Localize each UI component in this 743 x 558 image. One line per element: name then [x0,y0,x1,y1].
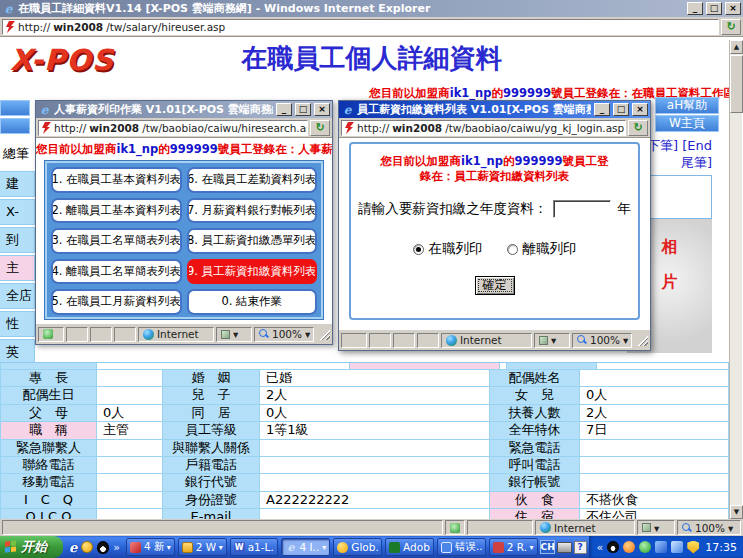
taskbar-window-button[interactable]: 错误... [437,538,486,556]
notice-employee-number: 999999 [514,154,562,168]
year-suffix-label: 年 [617,200,631,218]
ie-quicklaunch-icon[interactable]: e [69,540,77,555]
radio-checked-icon[interactable] [413,244,424,255]
scrollbar-thumb[interactable] [730,55,743,113]
maximize-button[interactable]: □ [613,103,629,116]
minimize-button[interactable]: _ [594,103,610,116]
start-button[interactable]: 开始 [0,536,63,558]
language-badge[interactable]: CH [540,540,555,554]
toolbar-fragment-button[interactable] [0,100,30,116]
refresh-button[interactable]: ↻ [310,120,330,136]
vertical-scrollbar[interactable]: ▲ ▼ [729,40,742,519]
app-icon [493,542,504,553]
security-shield-icon[interactable] [687,541,699,554]
status-zoom-pane[interactable]: 100%▾ [254,327,314,342]
close-button[interactable]: × [632,103,648,116]
flame-tray-icon[interactable] [623,541,635,553]
withholding-window: e 員工薪資扣繳資料列表 V1.01[X-POS 雲端商務網] - ... _ … [338,100,651,351]
report-button[interactable]: 2. 離職員工基本資料列表 [51,198,182,224]
field-value: 0人 [580,387,729,404]
report-button[interactable]: 3. 在職員工名單簡表列表 [51,228,182,254]
status-message-pane [2,520,443,535]
taskbar-button-label: Glob... [351,541,378,553]
maximize-button[interactable]: □ [295,103,311,116]
scroll-up-button[interactable]: ▲ [730,40,743,54]
taskbar-window-button[interactable]: Glob... [333,538,382,556]
report-button[interactable]: 8. 員工薪資扣繳憑單列表 [187,228,318,254]
report-button[interactable]: 0. 結束作業 [187,289,318,315]
field-value: 0人 [97,405,163,422]
radio-option-active-print[interactable]: 在職列印 [413,240,483,258]
print-window-title-bar[interactable]: e 人事薪資列印作業 V1.01[X-POS 雲端商務網] - Wi... _ … [36,101,332,118]
main-address-field[interactable]: http://win2008/tw/salary/hireuser.asp [2,19,719,35]
tray-collapse-chevron[interactable]: « [597,541,604,554]
report-button[interactable]: 7. 月薪資料銀行對帳列表 [187,198,318,224]
refresh-button[interactable]: ↻ [628,120,648,136]
app-group-icon [130,542,141,553]
status-security-pane[interactable]: ▾ [534,333,570,348]
chevron-down-icon[interactable]: ▾ [167,543,171,552]
field-value [97,440,163,457]
taskbar-window-button[interactable]: 2 R...▾ [489,538,538,556]
scroll-down-button[interactable]: ▼ [730,505,743,519]
internet-globe-icon [143,329,154,340]
field-value: 2人 [580,405,729,422]
home-button[interactable]: W主頁 [655,115,719,132]
withholding-address-field[interactable]: http://win2008/tw/baobiao/caiwu/yg_kj_lo… [341,120,626,136]
qq-quicklaunch-icon[interactable] [97,541,109,554]
radio-unchecked-icon[interactable] [507,244,518,255]
radio-option-resigned-print[interactable]: 離職列印 [507,240,577,258]
taskbar-window-button[interactable]: e4 I...▾ [281,538,330,556]
refresh-button[interactable]: ↻ [721,19,741,35]
quicklaunch-overflow-chevron[interactable]: » [113,541,120,554]
notice-text: 的 [158,142,170,156]
report-button[interactable]: 5. 在職員工月薪資料列表 [51,289,182,315]
minimize-button[interactable]: _ [276,103,292,116]
antivirus-tray-icon[interactable] [639,541,651,553]
status-zoom-pane[interactable]: 100%▾ [572,333,632,348]
left-field-label-fragment: 到 [0,227,35,253]
close-button[interactable]: × [725,2,741,15]
chevron-down-icon[interactable]: ▾ [530,543,534,552]
resize-grip[interactable] [318,328,330,340]
report-button[interactable]: 1. 在職員工基本資料列表 [51,167,182,193]
taskbar-button-label: Adob... [403,541,430,553]
chevron-down-icon[interactable]: ▾ [322,543,326,552]
chevron-down-icon[interactable]: ▾ [219,543,223,552]
field-value [500,363,507,370]
print-address-field[interactable]: http://win2008/tw/baobiao/caiwu/hiresear… [38,120,308,136]
withholding-title-bar[interactable]: e 員工薪資扣繳資料列表 V1.01[X-POS 雲端商務網] - ... _ … [339,101,650,118]
messenger-quicklaunch-icon[interactable] [81,541,93,553]
field-label [350,363,500,370]
table-row: 職 稱主管員工等級1等1級全年特休7日 [0,422,729,439]
update-tray-icon[interactable] [671,541,683,553]
close-button[interactable]: × [314,103,330,116]
withholding-address-bar: http://win2008/tw/baobiao/caiwu/yg_kj_lo… [339,118,650,138]
toolbar-fragment-button[interactable] [0,118,30,134]
help-tray-icon[interactable]: ? [574,541,587,554]
messenger-tray-icon[interactable] [655,541,667,553]
year-input[interactable] [553,200,611,218]
maximize-button[interactable]: □ [706,2,722,15]
taskbar-window-button[interactable]: Wa1-L... [230,538,279,556]
main-title-bar[interactable]: e 在職員工詳細資料V1.14 [X-POS 雲端商務網] - Windows … [0,0,743,17]
taskbar-window-button[interactable]: Adob... [385,538,434,556]
taskbar-window-button[interactable]: 4 新...▾ [126,538,175,556]
status-security-pane[interactable]: ▾ [216,327,252,342]
internet-globe-icon [446,335,457,346]
taskbar-window-button[interactable]: 2 W...▾ [178,538,227,556]
qq-tray-icon[interactable] [607,541,619,553]
field-value [97,474,163,491]
confirm-button[interactable]: 確定 [475,276,515,295]
minimize-button[interactable]: _ [687,2,703,15]
desktop: e 在職員工詳細資料V1.14 [X-POS 雲端商務網] - Windows … [0,0,743,558]
report-button[interactable]: 9. 員工薪資扣繳資料列表 [187,259,318,285]
resize-grip[interactable] [636,334,648,346]
printer-tray-icon[interactable] [557,542,572,553]
help-button[interactable]: aH幫助 [655,97,719,114]
report-button[interactable]: 4. 離職員工名單簡表列表 [51,259,182,285]
status-security-pane[interactable]: ▾ [637,520,675,535]
report-button[interactable]: 6. 在職員工差勤資料列表 [187,167,318,193]
photo-label: 片 [662,272,678,293]
status-zoom-pane[interactable]: 100%▾ [677,520,741,535]
